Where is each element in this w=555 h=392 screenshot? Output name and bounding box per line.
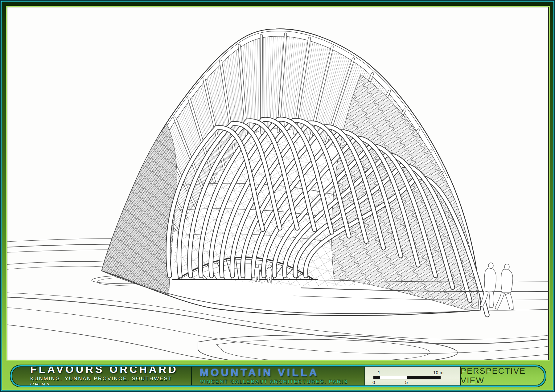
scale-bar: 1 10 m 0 5 (373, 368, 448, 384)
architect-name: VINCENT CALLEBAUT ARCHITECTURES, PARIS (200, 379, 364, 385)
scale-label-10m: 10 m (433, 370, 443, 375)
scale-segment-black (374, 376, 380, 379)
scale-label-1: 1 (378, 370, 380, 375)
presentation-board: FLAVOURS ORCHARD KUNMING, YUNNAN PROVINC… (0, 0, 555, 392)
view-label: PERSPECTIVE VIEW (461, 366, 546, 386)
project-location: KUNMING, YUNNAN PROVINCE, SOUTHWEST CHIN… (30, 376, 191, 387)
villa-title: MOUNTAIN VILLA (200, 367, 364, 378)
scale-label-5: 5 (405, 380, 408, 385)
scale-bar-graphic (373, 376, 441, 379)
view-panel: PERSPECTIVE VIEW (460, 365, 546, 387)
title-bar: FLAVOURS ORCHARD KUNMING, YUNNAN PROVINC… (10, 365, 546, 387)
project-panel: FLAVOURS ORCHARD KUNMING, YUNNAN PROVINC… (10, 365, 191, 387)
perspective-drawing (7, 7, 548, 360)
left-louver-mesh (102, 124, 177, 295)
drawing-sheet (7, 7, 549, 360)
scale-segment-white (380, 376, 407, 379)
scale-panel: 1 10 m 0 5 (364, 365, 460, 387)
villa-panel: MOUNTAIN VILLA VINCENT CALLEBAUT ARCHITE… (191, 365, 364, 387)
scale-segment-black (407, 376, 440, 379)
project-title: FLAVOURS ORCHARD (30, 365, 191, 375)
scale-label-0: 0 (372, 380, 375, 385)
